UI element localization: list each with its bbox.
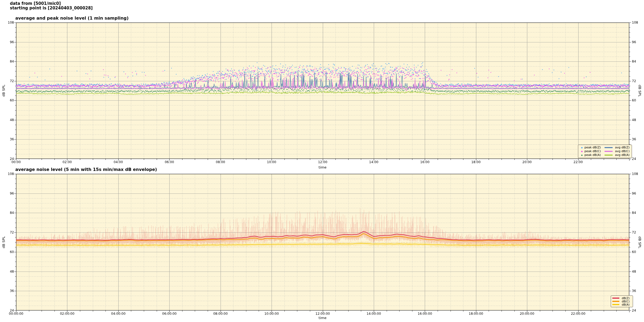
legend-label: avg dB(A) — [615, 153, 630, 157]
x-tick-label: 18:00:00 — [464, 312, 488, 316]
x-tick-label: 22:00:00 — [566, 312, 590, 316]
x-tick-label: 10:00 — [259, 160, 284, 164]
legend-line-swatch — [605, 155, 613, 156]
x-tick-label: 04:00 — [106, 160, 130, 164]
bottom-legend: dB(Z)dB(C)dB(A) — [611, 295, 633, 307]
noise-monitor-page: data from [5001/mic0] starting point is … — [0, 0, 644, 322]
x-tick-label: 16:00:00 — [413, 312, 437, 316]
y-tick-label-right: 36 — [632, 289, 644, 293]
legend-point-swatch — [581, 147, 583, 148]
y-tick-label-right: 60 — [632, 99, 644, 102]
x-tick-label: 16:00 — [413, 160, 437, 164]
y-tick-label: 72 — [2, 79, 14, 83]
legend-label: peak dB(C) — [584, 149, 604, 153]
x-tick-label: 12:00 — [311, 160, 335, 164]
bottom-xlabel: time — [306, 316, 339, 320]
y-tick-label-right: 48 — [632, 270, 644, 273]
legend-label: avg dB(C) — [615, 149, 630, 153]
y-tick-label-right: 48 — [632, 118, 644, 122]
y-tick-label-right: 84 — [632, 60, 644, 63]
y-tick-label-right: 72 — [632, 231, 644, 234]
x-tick-label: 02:00:00 — [55, 312, 79, 316]
x-tick-label: 00:00:00 — [4, 312, 28, 316]
x-tick-label: 20:00 — [515, 160, 539, 164]
y-tick-label: 108 — [2, 172, 14, 176]
y-tick-label: 108 — [2, 21, 14, 24]
x-tick-label: 08:00 — [208, 160, 233, 164]
x-tick-label: 10:00:00 — [259, 312, 284, 316]
y-tick-label: 48 — [2, 270, 14, 273]
legend-point-swatch — [581, 155, 583, 156]
y-tick-label: 72 — [2, 231, 14, 234]
y-tick-label-right: 108 — [632, 172, 644, 176]
legend-label: avg dB(Z) — [615, 146, 630, 149]
x-tick-label: 02:00 — [55, 160, 79, 164]
bottom-plot-title: average noise level (5 min with 15s min/… — [15, 167, 157, 172]
legend-label: dB(Z) — [622, 297, 631, 300]
legend-label: peak dB(A) — [584, 153, 604, 157]
x-tick-label: 22:00 — [566, 160, 590, 164]
y-tick-label-right: 84 — [632, 211, 644, 215]
y-tick-label-right: 96 — [632, 192, 644, 195]
y-tick-label-right: 108 — [632, 21, 644, 24]
x-tick-label: 20:00:00 — [515, 312, 539, 316]
y-tick-label: 36 — [2, 289, 14, 293]
y-tick-label: 96 — [2, 41, 14, 44]
x-tick-label: 06:00 — [157, 160, 181, 164]
x-tick-label: 08:00:00 — [208, 312, 233, 316]
y-tick-label-right: 96 — [632, 41, 644, 44]
legend-label: dB(C) — [622, 300, 631, 303]
y-tick-label-right: 72 — [632, 79, 644, 83]
x-tick-label: 00:00 — [4, 160, 28, 164]
y-tick-label: 36 — [2, 138, 14, 141]
y-tick-label: 60 — [2, 250, 14, 254]
legend-line-swatch — [605, 147, 613, 148]
header-line-1: data from [5001/mic0] — [10, 1, 61, 6]
y-tick-label: 84 — [2, 60, 14, 63]
y-tick-label-right: 60 — [632, 250, 644, 254]
legend-label: dB(A) — [622, 303, 631, 306]
x-tick-label: 14:00 — [362, 160, 386, 164]
y-tick-label: 84 — [2, 211, 14, 215]
legend-line-swatch — [612, 304, 619, 305]
legend-line-swatch — [612, 301, 619, 302]
y-tick-label-right: 24 — [632, 309, 644, 312]
x-tick-label: 04:00:00 — [106, 312, 130, 316]
top-plot-title: average and peak noise level (1 min samp… — [15, 16, 129, 21]
x-tick-label: 14:00:00 — [362, 312, 386, 316]
legend-label: peak dB(Z) — [584, 146, 604, 149]
legend-line-swatch — [612, 298, 619, 299]
legend-line-swatch — [605, 151, 613, 152]
y-tick-label: 96 — [2, 192, 14, 195]
top-legend: peak dB(Z)avg dB(Z)peak dB(C)avg dB(C)pe… — [578, 145, 632, 158]
x-tick-label: 18:00 — [464, 160, 488, 164]
y-tick-label: 24 — [2, 157, 14, 161]
legend-point-swatch — [581, 151, 583, 152]
y-tick-label: 60 — [2, 99, 14, 102]
x-tick-label: 06:00:00 — [157, 312, 181, 316]
y-tick-label: 24 — [2, 309, 14, 312]
y-tick-label-right: 24 — [632, 157, 644, 161]
y-tick-label: 48 — [2, 118, 14, 122]
x-tick-label: 12:00:00 — [311, 312, 335, 316]
top-xlabel: time — [306, 165, 339, 169]
y-tick-label-right: 36 — [632, 138, 644, 141]
header-line-2: starting point is [20240403_000028] — [10, 6, 93, 10]
